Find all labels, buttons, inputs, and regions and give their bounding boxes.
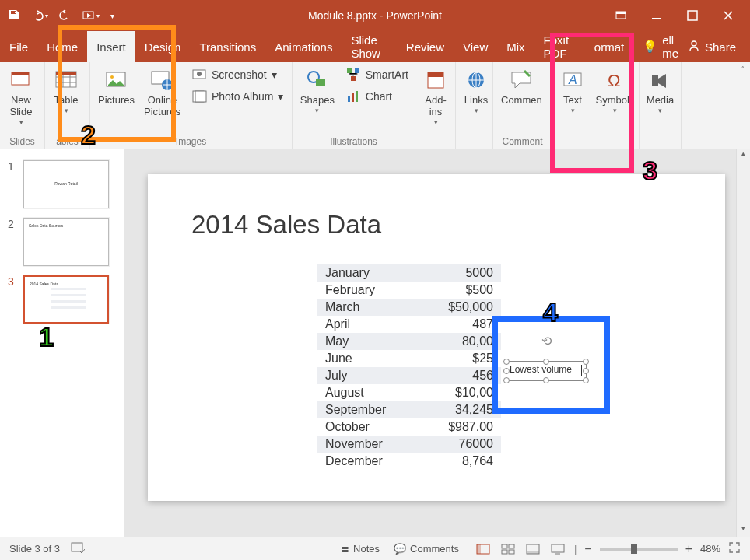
table-row[interactable]: February$500 — [317, 282, 501, 299]
value-cell[interactable]: $500 — [420, 282, 501, 299]
spellcheck-icon[interactable] — [71, 541, 85, 556]
scroll-down-icon[interactable]: ▾ — [737, 524, 750, 537]
close-icon[interactable] — [722, 9, 734, 22]
chart-button[interactable]: Chart — [342, 87, 412, 106]
resize-handle[interactable] — [543, 377, 549, 383]
table-row[interactable]: August$10,00 — [317, 384, 501, 401]
resize-handle[interactable] — [503, 359, 510, 365]
smartart-button[interactable]: SmartArt — [342, 65, 412, 84]
fit-to-window-icon[interactable] — [728, 541, 741, 556]
value-cell[interactable]: 5000 — [420, 264, 501, 282]
thumbnail-3[interactable]: 3 2014 Sales Data — [0, 271, 124, 328]
scroll-up-icon[interactable]: ▴ — [737, 149, 750, 162]
share-button[interactable]: Share — [688, 40, 750, 54]
tab-view[interactable]: View — [454, 31, 497, 62]
month-cell[interactable]: November — [317, 436, 420, 453]
month-cell[interactable]: February — [317, 282, 420, 299]
qat-customize-icon[interactable]: ▾ — [110, 12, 114, 20]
table-row[interactable]: July456 — [317, 367, 501, 384]
maximize-icon[interactable] — [686, 9, 699, 22]
value-cell[interactable]: $10,00 — [420, 384, 501, 401]
textbox-selected[interactable]: ⟲ Lowest volume — [506, 361, 587, 381]
month-cell[interactable]: September — [317, 401, 420, 418]
slide-canvas-area[interactable]: 2014 Sales Data January5000February$500M… — [124, 149, 750, 537]
vertical-scrollbar[interactable]: ▴ ▾ — [736, 149, 750, 537]
table-row[interactable]: June$25 — [317, 350, 501, 367]
table-row[interactable]: April487 — [317, 316, 501, 333]
tab-file[interactable]: File — [0, 31, 37, 62]
table-row[interactable]: May80,00 — [317, 333, 501, 350]
tab-design[interactable]: Design — [135, 31, 191, 62]
month-cell[interactable]: April — [317, 316, 420, 333]
value-cell[interactable]: $25 — [420, 350, 501, 367]
minimize-icon[interactable] — [650, 9, 663, 22]
value-cell[interactable]: $987.00 — [420, 418, 501, 436]
table-row[interactable]: March$50,000 — [317, 299, 501, 316]
zoom-level[interactable]: 48% — [700, 543, 720, 555]
sales-table[interactable]: January5000February$500March$50,000April… — [317, 264, 501, 470]
text-button[interactable]: A Text ▾ — [555, 65, 590, 116]
comment-button[interactable]: Commen — [496, 65, 547, 108]
slideshow-view-icon[interactable] — [549, 542, 566, 556]
slide[interactable]: 2014 Sales Data January5000February$500M… — [148, 174, 725, 501]
redo-icon[interactable] — [59, 9, 72, 23]
links-button[interactable]: Links ▾ — [459, 65, 493, 116]
zoom-thumb[interactable] — [631, 544, 637, 554]
value-cell[interactable]: 487 — [420, 316, 501, 333]
symbols-button[interactable]: Ω Symbols ▾ — [594, 65, 636, 116]
tell-me[interactable]: 💡 ell me — [633, 31, 688, 62]
pictures-button[interactable]: Pictures — [93, 65, 139, 108]
online-pictures-button[interactable]: Online Pictures — [139, 65, 185, 120]
collapse-ribbon-icon[interactable]: ˄ — [741, 65, 745, 75]
notes-button[interactable]: ≣Notes — [341, 543, 380, 555]
undo-icon[interactable]: ▾ — [31, 9, 48, 22]
month-cell[interactable]: October — [317, 418, 420, 436]
month-cell[interactable]: January — [317, 264, 420, 282]
table-row[interactable]: October$987.00 — [317, 418, 501, 436]
tab-transitions[interactable]: Transitions — [190, 31, 265, 62]
tab-mix[interactable]: Mix — [497, 31, 534, 62]
textbox-content[interactable]: Lowest volume — [510, 364, 572, 375]
tab-insert[interactable]: Insert — [87, 31, 135, 62]
month-cell[interactable]: March — [317, 299, 420, 316]
month-cell[interactable]: May — [317, 333, 420, 350]
tab-foxit[interactable]: Foxit PDF — [534, 31, 585, 62]
new-slide-button[interactable]: New Slide ▾ — [3, 65, 39, 128]
tab-home[interactable]: Home — [37, 31, 87, 62]
save-icon[interactable] — [8, 9, 20, 23]
value-cell[interactable]: 80,00 — [420, 333, 501, 350]
tab-animations[interactable]: Animations — [265, 31, 342, 62]
month-cell[interactable]: August — [317, 384, 420, 401]
zoom-in-button[interactable]: + — [685, 542, 692, 556]
table-row[interactable]: December8,764 — [317, 453, 501, 470]
table-row[interactable]: January5000 — [317, 264, 501, 282]
zoom-out-button[interactable]: − — [584, 542, 591, 556]
media-button[interactable]: Media ▾ — [643, 65, 678, 116]
normal-view-icon[interactable] — [475, 542, 492, 556]
table-button[interactable]: Table ▾ — [48, 65, 84, 116]
month-cell[interactable]: June — [317, 350, 420, 367]
comments-button[interactable]: 💬Comments — [394, 543, 459, 555]
value-cell[interactable]: 76000 — [420, 436, 501, 453]
resize-handle[interactable] — [583, 377, 589, 383]
ribbon-display-icon[interactable] — [615, 9, 627, 22]
thumbnail-1[interactable]: 1 Rowan Retail — [0, 156, 124, 213]
zoom-slider[interactable] — [600, 548, 678, 551]
tab-format[interactable]: ormat — [585, 31, 633, 62]
resize-handle[interactable] — [503, 368, 510, 374]
table-row[interactable]: November76000 — [317, 436, 501, 453]
addins-button[interactable]: Add- ins ▾ — [419, 65, 453, 128]
month-cell[interactable]: July — [317, 367, 420, 384]
value-cell[interactable]: 456 — [420, 367, 501, 384]
reading-view-icon[interactable] — [524, 542, 541, 556]
resize-handle[interactable] — [583, 368, 589, 374]
value-cell[interactable]: $50,000 — [420, 299, 501, 316]
shapes-button[interactable]: Shapes ▾ — [296, 65, 339, 116]
screenshot-button[interactable]: Screenshot ▾ — [188, 65, 286, 84]
value-cell[interactable]: 34,245 — [420, 401, 501, 418]
value-cell[interactable]: 8,764 — [420, 453, 501, 470]
rotate-handle-icon[interactable]: ⟲ — [541, 334, 552, 348]
resize-handle[interactable] — [583, 359, 589, 365]
resize-handle[interactable] — [503, 377, 510, 383]
slide-title[interactable]: 2014 Sales Data — [191, 210, 381, 240]
